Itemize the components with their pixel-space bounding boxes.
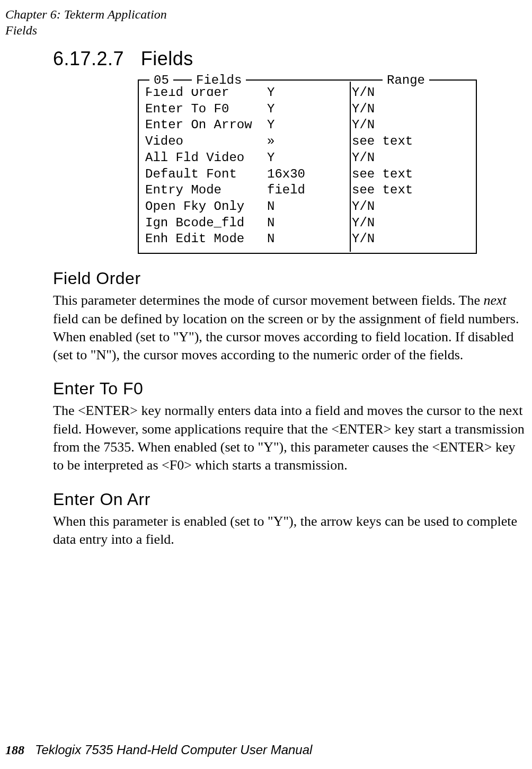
section-heading: 6.17.2.7 Fields — [53, 48, 529, 70]
row-value: N — [267, 231, 352, 248]
row-value: field — [267, 182, 352, 199]
table-row: Entry Mode field see text — [145, 182, 469, 199]
section-number: 6.17.2.7 — [53, 48, 124, 69]
row-value: Y — [267, 150, 352, 166]
row-range: Y/N — [352, 150, 469, 166]
row-value: N — [267, 199, 352, 215]
row-label: Enter To F0 — [145, 101, 267, 118]
box-legend-num: 05 — [149, 73, 173, 89]
fields-box: 05 Fields Range Field Order Y Y/N Enter … — [138, 79, 477, 254]
box-divider — [350, 82, 351, 252]
row-range: Y/N — [352, 199, 469, 215]
paragraph-enter-on-arr: When this parameter is enabled (set to "… — [53, 512, 529, 549]
row-label: Ign Bcode_fld — [145, 215, 267, 232]
table-row: Enter To F0 Y Y/N — [145, 101, 469, 118]
page-number: 188 — [5, 743, 24, 757]
box-legend-title: Fields — [192, 73, 246, 89]
table-row: Default Font 16x30 see text — [145, 166, 469, 183]
row-label: Entry Mode — [145, 182, 267, 199]
table-row: Ign Bcode_fld N Y/N — [145, 215, 469, 232]
row-range: Y/N — [352, 215, 469, 232]
row-label: Video — [145, 134, 267, 150]
section-title: Fields — [141, 48, 193, 69]
paragraph-field-order: This parameter determines the mode of cu… — [53, 291, 529, 364]
row-label: Enh Edit Mode — [145, 231, 267, 248]
row-range: Y/N — [352, 231, 469, 248]
table-row: Enter On Arrow Y Y/N — [145, 117, 469, 134]
row-range: see text — [352, 134, 469, 150]
row-range: Y/N — [352, 117, 469, 134]
row-value: Y — [267, 85, 352, 101]
row-value: N — [267, 215, 352, 232]
page-footer: 188 Teklogix 7535 Hand-Held Computer Use… — [5, 743, 312, 757]
row-label: Default Font — [145, 166, 267, 183]
footer-text: Teklogix 7535 Hand-Held Computer User Ma… — [35, 743, 312, 757]
row-label: Open Fky Only — [145, 199, 267, 215]
paragraph-part: field can be defined by location on the … — [53, 311, 519, 363]
row-label: All Fld Video — [145, 150, 267, 166]
subheading-field-order: Field Order — [53, 269, 529, 288]
table-row: Enh Edit Mode N Y/N — [145, 231, 469, 248]
row-value: Y — [267, 101, 352, 118]
row-range: see text — [352, 182, 469, 199]
row-value: Y — [267, 117, 352, 134]
table-row: Video » see text — [145, 134, 469, 150]
row-value: » — [267, 134, 352, 150]
running-head: Chapter 6: Tekterm Application Fields — [5, 6, 167, 38]
box-legend-range: Range — [383, 73, 429, 89]
subheading-enter-to-f0: Enter To F0 — [53, 379, 529, 399]
row-label: Enter On Arrow — [145, 117, 267, 134]
paragraph-part: This parameter determines the mode of cu… — [53, 293, 483, 308]
row-value: 16x30 — [267, 166, 352, 183]
subheading-enter-on-arr: Enter On Arr — [53, 490, 529, 509]
table-row: All Fld Video Y Y/N — [145, 150, 469, 166]
table-row: Open Fky Only N Y/N — [145, 199, 469, 215]
paragraph-enter-to-f0: The <ENTER> key normally enters data int… — [53, 402, 529, 474]
row-range: Y/N — [352, 101, 469, 118]
row-range: see text — [352, 166, 469, 183]
running-head-line2: Fields — [5, 22, 167, 38]
running-head-line1: Chapter 6: Tekterm Application — [5, 6, 167, 22]
paragraph-emph: next — [483, 293, 506, 308]
